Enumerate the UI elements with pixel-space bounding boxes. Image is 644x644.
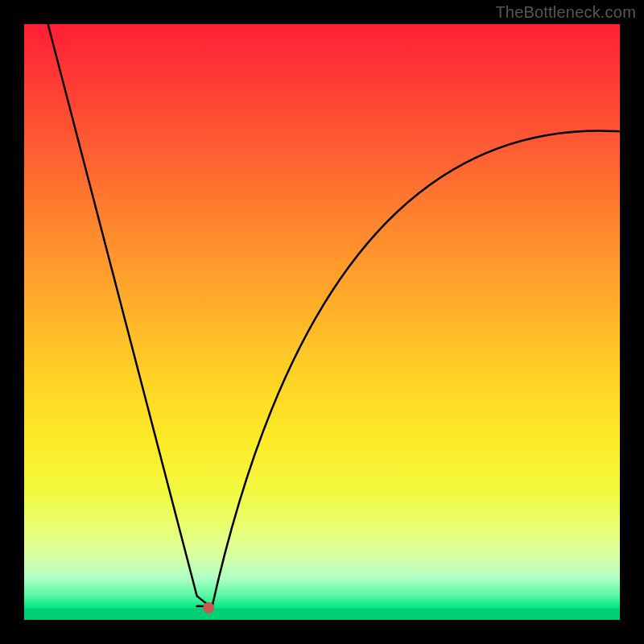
bottleneck-curve-left xyxy=(48,24,213,608)
curve-layer xyxy=(24,24,620,620)
plot-area xyxy=(24,24,620,620)
bottleneck-marker xyxy=(203,602,214,613)
chart-stage: TheBottleneck.com xyxy=(0,0,644,644)
bottleneck-curve-right xyxy=(212,130,620,608)
watermark-text: TheBottleneck.com xyxy=(495,3,636,22)
